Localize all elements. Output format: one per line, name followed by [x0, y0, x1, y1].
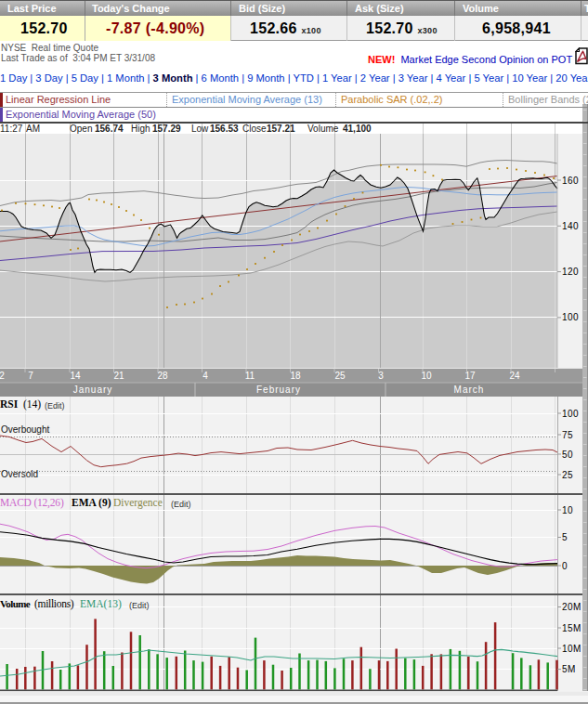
svg-text:February: February	[256, 385, 301, 395]
svg-text:160: 160	[562, 176, 579, 186]
svg-text:100: 100	[562, 312, 579, 322]
svg-text:21: 21	[113, 371, 124, 381]
svg-text:5: 5	[562, 532, 568, 542]
svg-text:5M: 5M	[562, 664, 576, 674]
svg-text:4: 4	[203, 371, 208, 381]
svg-text:10M: 10M	[562, 644, 581, 654]
svg-text:15M: 15M	[562, 623, 581, 633]
svg-text:10: 10	[562, 505, 573, 515]
svg-text:28: 28	[157, 371, 168, 381]
svg-text:18: 18	[290, 371, 301, 381]
svg-text:75: 75	[562, 430, 573, 440]
svg-text:120: 120	[562, 267, 579, 277]
svg-text:2: 2	[0, 371, 5, 381]
svg-text:100: 100	[562, 409, 579, 419]
svg-text:50: 50	[562, 450, 573, 460]
svg-text:3: 3	[378, 371, 384, 381]
svg-text:140: 140	[562, 221, 579, 231]
svg-text:January: January	[73, 385, 113, 395]
svg-text:March: March	[454, 385, 485, 395]
svg-text:14: 14	[70, 371, 81, 381]
svg-text:25: 25	[562, 470, 573, 480]
svg-text:0: 0	[562, 561, 568, 571]
svg-text:7: 7	[28, 371, 33, 381]
svg-text:20M: 20M	[562, 602, 581, 612]
svg-text:25: 25	[334, 371, 346, 381]
